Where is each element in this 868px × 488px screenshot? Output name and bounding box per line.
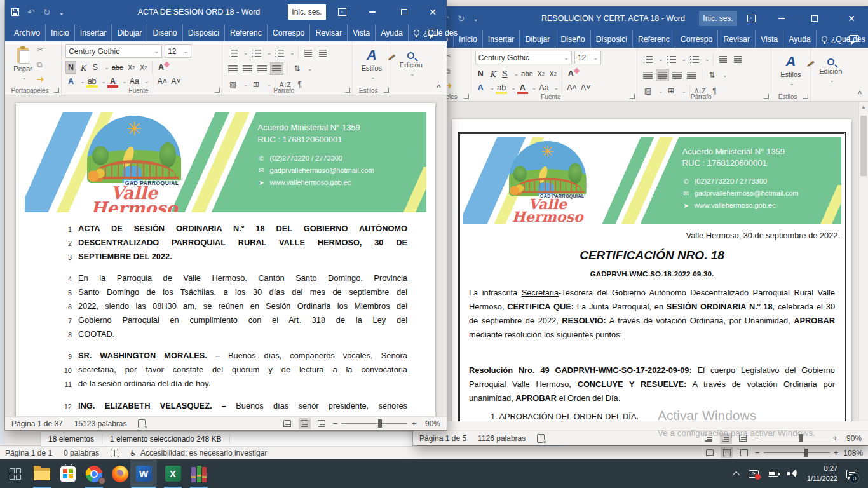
ribbon-tab[interactable]: Vista xyxy=(756,30,783,48)
justify-button[interactable] xyxy=(270,62,283,75)
format-painter-icon[interactable] xyxy=(37,76,44,83)
paste-button[interactable]: Pegar⌄ xyxy=(9,44,37,84)
copy-icon[interactable]: ⧉ xyxy=(37,61,44,69)
styles-button[interactable]: A🖉 Estilos⌄ xyxy=(356,44,387,84)
zoom-level[interactable]: 90% xyxy=(843,434,862,443)
clear-formatting-button[interactable]: A xyxy=(156,61,166,74)
save-icon[interactable] xyxy=(11,8,19,16)
collapse-ribbon-button[interactable]: ^ xyxy=(431,41,447,95)
zoom-control[interactable]: − + xyxy=(755,448,838,458)
justify-button[interactable] xyxy=(685,69,698,81)
styles-dialog-launcher[interactable] xyxy=(384,88,389,93)
italic-button[interactable]: K xyxy=(487,67,498,80)
ribbon-tab[interactable]: Ayuda xyxy=(783,30,817,48)
ribbon-tab[interactable]: Referenc xyxy=(633,30,675,48)
read-mode-icon[interactable] xyxy=(703,433,715,444)
ribbon-tab[interactable]: Vista xyxy=(348,24,376,41)
tray-chevron-icon[interactable] xyxy=(733,471,740,478)
start-button[interactable] xyxy=(3,459,28,488)
redo-icon[interactable]: ↻ xyxy=(458,14,465,23)
strikethrough-button[interactable]: abe xyxy=(111,61,125,74)
editing-button[interactable]: Edición⌄ xyxy=(395,44,427,84)
ribbon-tab[interactable]: Dibujar xyxy=(520,30,555,48)
titlebar-right[interactable]: ↶ ↻ ⌄ RESOLUCION Y CERT. ACTA 18 - Word … xyxy=(413,6,868,30)
decrease-indent-button[interactable] xyxy=(717,53,730,65)
taskbar-winrar[interactable] xyxy=(186,459,212,488)
change-case-button[interactable]: Aa xyxy=(128,75,140,88)
zoom-level[interactable]: 90% xyxy=(421,419,440,428)
increase-indent-button[interactable] xyxy=(316,46,330,59)
tell-me-box[interactable]: ¿Qué des xyxy=(817,30,868,48)
ribbon-tab[interactable]: Diseño xyxy=(555,30,590,48)
increase-indent-button[interactable] xyxy=(731,53,745,65)
redo-icon[interactable]: ↻ xyxy=(43,8,51,17)
qat-customize-icon[interactable]: ⌄ xyxy=(58,9,64,16)
print-layout-icon[interactable] xyxy=(720,433,732,444)
styles-button[interactable]: A🖉 Estilos⌄ xyxy=(775,51,806,90)
ribbon-tab[interactable]: Ayuda xyxy=(376,24,409,41)
multilevel-list-button[interactable] xyxy=(688,53,701,65)
vertical-scrollbar-thumb[interactable] xyxy=(860,116,867,176)
taskbar-excel[interactable]: X xyxy=(160,459,186,488)
taskbar-word-active[interactable]: W xyxy=(130,459,157,488)
comments-icon[interactable] xyxy=(849,35,859,42)
font-dialog-launcher[interactable] xyxy=(630,94,635,99)
paragraph-dialog-launcher[interactable] xyxy=(345,88,350,93)
underline-button[interactable]: S xyxy=(90,61,100,74)
ribbon-tab[interactable]: Revisar xyxy=(718,30,756,48)
multilevel-list-button[interactable] xyxy=(273,46,286,59)
ribbon-display-options-button[interactable]: ^ xyxy=(328,0,356,24)
document-page-right[interactable]: ✳ GAD PARROQUIAL Valle Hermoso Acuerdo M… xyxy=(452,119,851,421)
font-dialog-launcher[interactable] xyxy=(215,88,220,93)
word-count[interactable]: 1126 palabras xyxy=(478,434,526,443)
taskbar-firefox[interactable] xyxy=(107,459,133,488)
bg-zoom-level[interactable]: 108% xyxy=(843,449,863,458)
ribbon-display-options-button[interactable]: ^ xyxy=(737,6,765,30)
change-case-button[interactable]: Aa xyxy=(538,81,550,94)
numbering-button[interactable] xyxy=(250,46,263,59)
taskbar-microsoft-store[interactable] xyxy=(55,459,81,488)
bold-button[interactable]: N xyxy=(65,61,76,74)
grow-font-button[interactable]: A˄ xyxy=(156,75,169,88)
ribbon-tab[interactable]: Dibujar xyxy=(112,24,147,41)
close-button[interactable]: ✕ xyxy=(419,0,447,24)
ribbon-tab[interactable]: Correspo xyxy=(268,24,311,41)
titlebar-left[interactable]: ↶ ↻ ⌄ ACTA DE SESION ORD 18 - Word Inic.… xyxy=(5,0,447,24)
ribbon-tab[interactable]: Disposici xyxy=(183,24,225,41)
zoom-control[interactable]: − + xyxy=(754,433,837,443)
ribbon-tab[interactable]: Disposici xyxy=(591,30,633,48)
font-name-select[interactable]: Century Gothic⌄ xyxy=(475,51,572,64)
volume-icon[interactable]: ) xyxy=(787,470,798,478)
print-layout-icon[interactable] xyxy=(721,447,733,458)
ribbon-tab[interactable]: Revisar xyxy=(310,24,348,41)
vertical-scrollbar[interactable]: ▲ xyxy=(858,102,868,421)
minimize-button[interactable] xyxy=(768,6,796,30)
close-button[interactable]: ✕ xyxy=(837,6,865,30)
sign-in-button[interactable]: Inic. ses. xyxy=(288,4,326,20)
shrink-font-button[interactable]: A˅ xyxy=(580,81,592,94)
text-effects-button[interactable]: A xyxy=(475,81,486,94)
ribbon-tab[interactable]: Inicio xyxy=(46,24,75,41)
bullets-button[interactable] xyxy=(226,46,240,59)
grow-font-button[interactable]: A˄ xyxy=(566,81,578,94)
align-center-button[interactable] xyxy=(241,62,254,75)
battery-icon[interactable] xyxy=(768,471,778,477)
line-spacing-button[interactable]: ⇅ xyxy=(705,69,719,81)
font-size-select[interactable]: 12⌄ xyxy=(574,51,601,64)
decrease-indent-button[interactable] xyxy=(302,46,315,59)
word-count[interactable]: 15123 palabras xyxy=(74,419,127,428)
strikethrough-button[interactable]: abe xyxy=(520,67,534,80)
bold-button[interactable]: N xyxy=(475,67,486,80)
ribbon-tab[interactable]: Referenc xyxy=(225,24,268,41)
highlight-button[interactable]: ab xyxy=(496,81,507,94)
align-right-button[interactable] xyxy=(670,69,684,81)
web-layout-icon[interactable] xyxy=(738,447,750,458)
align-right-button[interactable] xyxy=(255,62,269,75)
document-area-left[interactable]: ✳ GAD PARROQUIAL Valle Hermoso Acuerdo M… xyxy=(5,95,447,416)
editing-button[interactable]: Edición⌄ xyxy=(815,51,846,90)
maximize-button[interactable] xyxy=(390,0,418,24)
highlight-button[interactable]: ab xyxy=(86,75,98,88)
numbering-button[interactable] xyxy=(665,53,678,65)
collapse-ribbon-button[interactable]: ^ xyxy=(851,48,868,101)
clock[interactable]: 8:27 1/11/2022 xyxy=(807,464,837,484)
